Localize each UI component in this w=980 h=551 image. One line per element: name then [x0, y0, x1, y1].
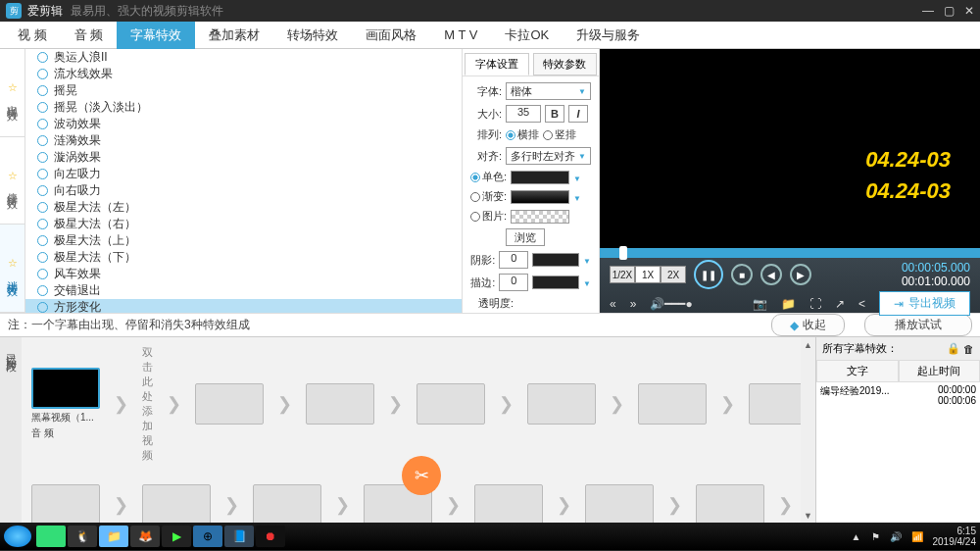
- clip[interactable]: [195, 383, 264, 425]
- radio-vertical[interactable]: 竖排: [543, 127, 576, 142]
- sidetab-disappear[interactable]: ☆消失特效: [0, 225, 24, 313]
- scrub-bar[interactable]: [600, 248, 980, 258]
- fx-item[interactable]: 涟漪效果: [25, 132, 462, 149]
- stroke-swatch[interactable]: [532, 276, 579, 289]
- forward-icon[interactable]: »: [630, 297, 637, 311]
- delete-icon[interactable]: 🗑: [963, 343, 974, 355]
- volume-icon[interactable]: 🔊━━━●: [650, 297, 692, 311]
- tab-style[interactable]: 画面风格: [352, 22, 430, 49]
- clip[interactable]: [31, 484, 100, 523]
- tb-app1[interactable]: [36, 526, 66, 547]
- tb-app4[interactable]: 🦊: [130, 526, 160, 547]
- fx-item[interactable]: 摇晃: [25, 82, 462, 99]
- tab-upgrade[interactable]: 升级与服务: [563, 22, 654, 49]
- shadow-swatch[interactable]: [532, 253, 579, 267]
- fx-item[interactable]: 流水线效果: [25, 66, 462, 82]
- tb-app3[interactable]: 📁: [99, 526, 128, 547]
- clip[interactable]: [696, 484, 764, 523]
- gradient-swatch[interactable]: [511, 190, 569, 204]
- gradient-dropdown-icon[interactable]: [573, 191, 581, 203]
- collapse-button[interactable]: ◆收起: [771, 314, 845, 336]
- scrub-thumb[interactable]: [619, 246, 627, 260]
- sidetab-appear[interactable]: ☆出现特效: [0, 49, 24, 137]
- tab-karaoke[interactable]: 卡拉OK: [491, 22, 563, 49]
- clip[interactable]: [253, 484, 321, 523]
- italic-button[interactable]: I: [568, 105, 588, 123]
- fx-item[interactable]: 奥运人浪II: [25, 49, 462, 66]
- clip[interactable]: [474, 484, 543, 523]
- tb-app8[interactable]: ⏺: [256, 526, 285, 547]
- fx-item[interactable]: 摇晃（淡入淡出）: [25, 99, 462, 116]
- video-preview[interactable]: 04.24-03 04.24-03: [600, 49, 980, 248]
- lock-icon[interactable]: 🔒: [947, 342, 960, 355]
- cut-button[interactable]: ✂: [402, 456, 441, 495]
- tray-battery-icon[interactable]: ⚑: [871, 531, 880, 542]
- bold-button[interactable]: B: [545, 105, 564, 123]
- play-test-button[interactable]: 播放试试: [864, 314, 972, 336]
- snapshot-icon[interactable]: 📷: [753, 297, 767, 311]
- start-button[interactable]: [4, 526, 31, 547]
- shadow-dropdown-icon[interactable]: [583, 254, 591, 266]
- subtitle-row[interactable]: 编导经验2019...00:00:0000:00:06: [816, 382, 980, 408]
- clip-scrollbar[interactable]: ▲▼: [801, 337, 815, 523]
- clip[interactable]: [416, 383, 485, 425]
- tab-mtv[interactable]: M T V: [430, 22, 491, 49]
- fx-item[interactable]: 风车效果: [25, 266, 462, 282]
- tray-network-icon[interactable]: 📶: [911, 531, 923, 542]
- fx-item[interactable]: 极星大法（左）: [25, 199, 462, 216]
- tray-clock[interactable]: 6:15 2019/4/24: [933, 526, 977, 547]
- effect-list[interactable]: 奥运人浪II流水线效果摇晃摇晃（淡入淡出）波动效果涟漪效果漩涡效果向左吸力向右吸…: [25, 49, 462, 313]
- tab-transition[interactable]: 转场特效: [273, 22, 352, 49]
- tb-app2[interactable]: 🐧: [68, 526, 97, 547]
- speed-2x[interactable]: 2X: [661, 266, 686, 283]
- radio-picture[interactable]: 图片:: [470, 209, 507, 224]
- fx-item[interactable]: 极星大法（右）: [25, 216, 462, 232]
- fx-item[interactable]: 漩涡效果: [25, 149, 462, 166]
- speed-1x[interactable]: 1X: [635, 266, 661, 283]
- fx-item[interactable]: 方形变化: [25, 299, 462, 313]
- tb-app5[interactable]: ▶: [162, 526, 191, 547]
- clip[interactable]: [585, 484, 654, 523]
- tray-volume-icon[interactable]: 🔊: [890, 531, 902, 542]
- color-dropdown-icon[interactable]: [573, 172, 581, 183]
- fx-item[interactable]: 向左吸力: [25, 166, 462, 182]
- color-swatch[interactable]: [511, 171, 569, 184]
- input-size[interactable]: 35: [506, 105, 541, 123]
- clip[interactable]: [527, 383, 596, 425]
- prev-frame-button[interactable]: ◀: [760, 264, 782, 285]
- tab-subtitle-fx[interactable]: 字幕特效: [117, 22, 195, 49]
- stroke-dropdown-icon[interactable]: [583, 276, 591, 288]
- clip[interactable]: [638, 383, 707, 425]
- folder-icon[interactable]: 📁: [781, 297, 796, 311]
- select-font[interactable]: 楷体: [506, 82, 591, 100]
- sidetab-stay[interactable]: ☆停留特效: [0, 137, 24, 225]
- prop-tab-params[interactable]: 特效参数: [533, 53, 598, 75]
- play-pause-button[interactable]: ❚❚: [694, 260, 723, 289]
- rewind-icon[interactable]: «: [610, 297, 616, 311]
- radio-horizontal[interactable]: 横排: [506, 127, 539, 142]
- tb-app7[interactable]: 📘: [224, 526, 254, 547]
- clip[interactable]: [749, 383, 801, 425]
- close-icon[interactable]: ✕: [964, 4, 974, 18]
- tab-audio[interactable]: 音 频: [61, 22, 118, 49]
- clip[interactable]: [142, 484, 211, 523]
- fx-item[interactable]: 交错退出: [25, 282, 462, 299]
- stop-button[interactable]: ■: [731, 264, 753, 285]
- add-clip[interactable]: 双击此处添加视频: [142, 345, 153, 463]
- settings-icon[interactable]: ↗: [835, 297, 845, 311]
- tb-app6[interactable]: ⊕: [193, 526, 222, 547]
- share-icon[interactable]: <: [858, 297, 865, 311]
- input-shadow[interactable]: 0: [499, 251, 528, 269]
- prop-tab-font[interactable]: 字体设置: [465, 53, 529, 75]
- fx-item[interactable]: 波动效果: [25, 116, 462, 132]
- tab-video[interactable]: 视 频: [4, 22, 61, 49]
- clip[interactable]: 黑幕视频（1...音 频: [31, 368, 100, 440]
- select-align[interactable]: 多行时左对齐: [506, 147, 591, 165]
- minimize-icon[interactable]: —: [922, 4, 934, 18]
- speed-half[interactable]: 1/2X: [610, 266, 635, 283]
- clip[interactable]: [306, 383, 374, 425]
- tab-overlay[interactable]: 叠加素材: [195, 22, 273, 49]
- tray-arrow-icon[interactable]: ▲: [852, 531, 861, 542]
- next-frame-button[interactable]: ▶: [790, 264, 811, 285]
- browse-button[interactable]: 浏览: [506, 228, 545, 246]
